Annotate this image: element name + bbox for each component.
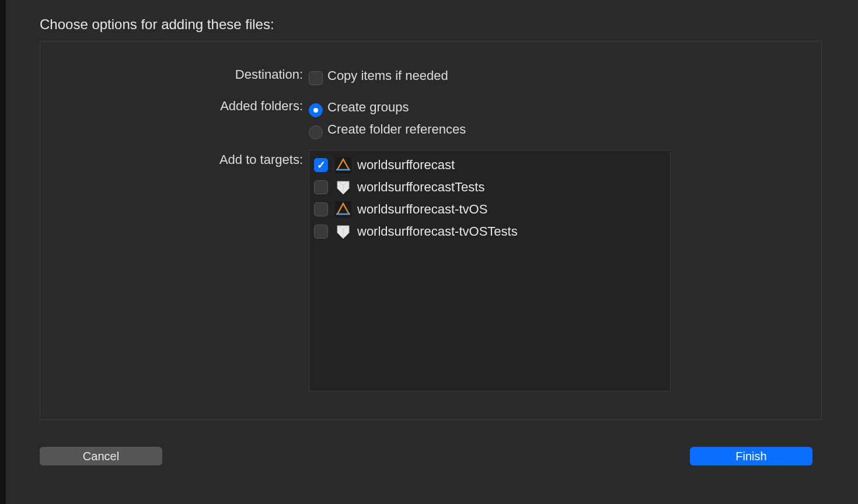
added-folders-label: Added folders:: [40, 96, 309, 115]
finish-button[interactable]: Finish: [690, 447, 812, 466]
target-checkbox[interactable]: [314, 180, 328, 194]
destination-content: Copy items if needed: [309, 65, 821, 87]
targets-list[interactable]: worldsurfforecast worldsurfforecastTests: [309, 150, 671, 391]
dialog-buttons: Cancel Finish: [40, 447, 812, 466]
test-bundle-icon: [335, 223, 351, 240]
cancel-button[interactable]: Cancel: [40, 447, 162, 466]
target-row[interactable]: worldsurfforecast-tvOS: [313, 198, 667, 220]
create-groups-label: Create groups: [327, 96, 409, 118]
app-icon: [335, 157, 351, 173]
left-edge-decoration: [0, 0, 6, 504]
add-files-dialog: Choose options for adding these files: D…: [12, 0, 846, 490]
add-targets-row: Add to targets: worldsurfforecast: [40, 150, 821, 391]
add-targets-label: Add to targets:: [40, 150, 309, 169]
app-icon: [335, 201, 351, 218]
target-name: worldsurfforecast-tvOS: [357, 201, 487, 218]
target-checkbox[interactable]: [314, 202, 328, 216]
dialog-title: Choose options for adding these files:: [40, 16, 274, 33]
copy-items-label: Copy items if needed: [327, 65, 448, 87]
copy-items-option[interactable]: Copy items if needed: [309, 65, 821, 87]
create-groups-option[interactable]: Create groups: [309, 96, 821, 118]
create-refs-radio[interactable]: [309, 125, 323, 139]
test-bundle-icon: [335, 179, 351, 195]
destination-row: Destination: Copy items if needed: [40, 65, 821, 87]
create-groups-radio[interactable]: [309, 103, 323, 117]
target-name: worldsurfforecastTests: [357, 178, 484, 196]
target-checkbox[interactable]: [314, 225, 328, 239]
target-name: worldsurfforecast-tvOSTests: [357, 223, 518, 240]
added-folders-row: Added folders: Create groups Create fold…: [40, 96, 821, 141]
destination-label: Destination:: [40, 65, 309, 83]
target-row[interactable]: worldsurfforecast-tvOSTests: [313, 220, 667, 243]
options-frame: Destination: Copy items if needed Added …: [40, 41, 822, 420]
target-checkbox[interactable]: [314, 158, 328, 172]
target-row[interactable]: worldsurfforecast: [313, 154, 667, 176]
add-targets-content: worldsurfforecast worldsurfforecastTests: [309, 150, 821, 391]
target-name: worldsurfforecast: [357, 156, 455, 174]
copy-items-checkbox[interactable]: [309, 71, 323, 85]
target-row[interactable]: worldsurfforecastTests: [313, 176, 667, 198]
added-folders-content: Create groups Create folder references: [309, 96, 821, 141]
create-refs-option[interactable]: Create folder references: [309, 118, 821, 141]
create-refs-label: Create folder references: [327, 118, 466, 141]
